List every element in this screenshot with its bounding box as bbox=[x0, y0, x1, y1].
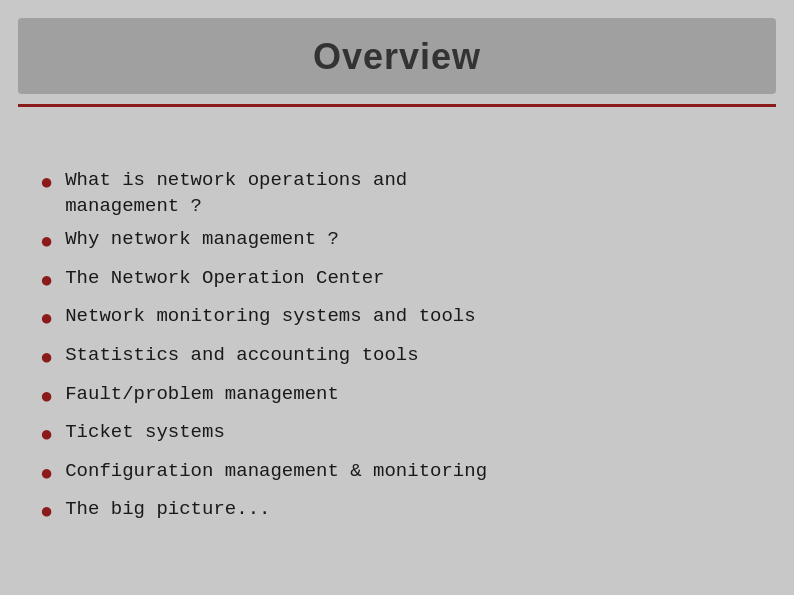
bullet-text: Statistics and accounting tools bbox=[65, 343, 418, 369]
bullet-text: The big picture... bbox=[65, 497, 270, 523]
bullet-icon: ● bbox=[40, 384, 53, 413]
bullet-text: The Network Operation Center bbox=[65, 266, 384, 292]
list-item: ●The big picture... bbox=[40, 497, 764, 528]
list-item: ●Configuration management & monitoring bbox=[40, 459, 764, 490]
bullet-icon: ● bbox=[40, 461, 53, 490]
bullet-text: Ticket systems bbox=[65, 420, 225, 446]
slide-title: Overview bbox=[313, 36, 481, 77]
slide-header: Overview bbox=[18, 18, 776, 94]
slide: Overview ●What is network operations and… bbox=[0, 0, 794, 595]
bullet-icon: ● bbox=[40, 345, 53, 374]
bullet-text: Network monitoring systems and tools bbox=[65, 304, 475, 330]
list-item: ●Network monitoring systems and tools bbox=[40, 304, 764, 335]
list-item: ●Fault/problem management bbox=[40, 382, 764, 413]
list-item: ●Why network management ? bbox=[40, 227, 764, 258]
bullet-text: Why network management ? bbox=[65, 227, 339, 253]
bullet-icon: ● bbox=[40, 499, 53, 528]
list-item: ●The Network Operation Center bbox=[40, 266, 764, 297]
bullet-text: What is network operations and managemen… bbox=[65, 168, 407, 219]
list-item: ●Statistics and accounting tools bbox=[40, 343, 764, 374]
bullet-icon: ● bbox=[40, 306, 53, 335]
bullet-text: Fault/problem management bbox=[65, 382, 339, 408]
list-item: ●What is network operations and manageme… bbox=[40, 168, 764, 219]
list-item: ●Ticket systems bbox=[40, 420, 764, 451]
bullet-icon: ● bbox=[40, 229, 53, 258]
bullet-icon: ● bbox=[40, 268, 53, 297]
bullet-icon: ● bbox=[40, 170, 53, 199]
bullet-list: ●What is network operations and manageme… bbox=[0, 107, 794, 595]
bullet-icon: ● bbox=[40, 422, 53, 451]
bullet-text: Configuration management & monitoring bbox=[65, 459, 487, 485]
